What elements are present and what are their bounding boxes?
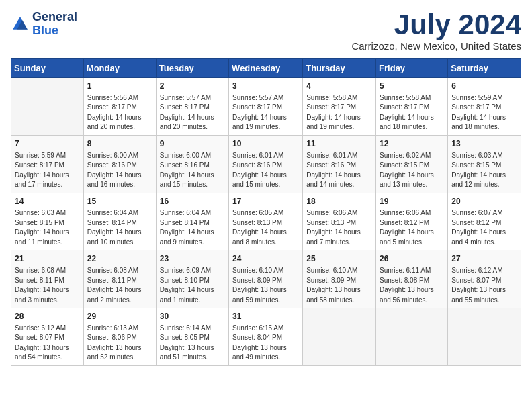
day-info: Sunrise: 5:59 AM Sunset: 8:17 PM Dayligh… [451,93,517,132]
day-number: 18 [306,196,372,208]
calendar-cell: 4Sunrise: 5:58 AM Sunset: 8:17 PM Daylig… [303,78,376,136]
logo: General Blue [11,11,77,38]
day-info: Sunrise: 6:05 AM Sunset: 8:13 PM Dayligh… [232,208,299,247]
day-info: Sunrise: 6:10 AM Sunset: 8:09 PM Dayligh… [232,266,299,305]
day-info: Sunrise: 6:04 AM Sunset: 8:14 PM Dayligh… [160,208,225,247]
weekday-sunday: Sunday [11,59,84,78]
weekday-header-row: SundayMondayTuesdayWednesdayThursdayFrid… [11,59,521,78]
calendar-cell: 29Sunrise: 6:13 AM Sunset: 8:06 PM Dayli… [83,308,156,366]
day-info: Sunrise: 6:01 AM Sunset: 8:16 PM Dayligh… [232,151,299,190]
week-row-5: 28Sunrise: 6:12 AM Sunset: 8:07 PM Dayli… [11,308,521,366]
calendar-cell [303,308,376,366]
calendar-cell: 10Sunrise: 6:01 AM Sunset: 8:16 PM Dayli… [229,135,303,193]
day-number: 19 [380,196,444,208]
location-title: Carrizozo, New Mexico, United States [351,40,521,52]
day-info: Sunrise: 6:03 AM Sunset: 8:15 PM Dayligh… [15,208,80,247]
logo-icon [11,15,30,34]
day-number: 3 [232,81,299,92]
day-info: Sunrise: 6:08 AM Sunset: 8:11 PM Dayligh… [15,266,80,305]
day-info: Sunrise: 6:04 AM Sunset: 8:14 PM Dayligh… [87,208,152,247]
week-row-4: 21Sunrise: 6:08 AM Sunset: 8:11 PM Dayli… [11,250,521,308]
day-number: 23 [160,253,225,265]
title-section: July 2024 Carrizozo, New Mexico, United … [351,11,521,52]
day-info: Sunrise: 6:13 AM Sunset: 8:06 PM Dayligh… [87,324,152,363]
calendar-cell: 25Sunrise: 6:10 AM Sunset: 8:09 PM Dayli… [303,250,376,308]
logo-text-general: General [32,11,77,24]
day-number: 15 [87,196,152,208]
calendar-cell: 30Sunrise: 6:14 AM Sunset: 8:05 PM Dayli… [156,308,228,366]
calendar-cell: 11Sunrise: 6:01 AM Sunset: 8:16 PM Dayli… [303,135,376,193]
day-info: Sunrise: 6:06 AM Sunset: 8:12 PM Dayligh… [380,208,444,247]
weekday-monday: Monday [83,59,156,78]
weekday-thursday: Thursday [303,59,376,78]
calendar-cell: 19Sunrise: 6:06 AM Sunset: 8:12 PM Dayli… [376,193,448,250]
day-number: 1 [87,81,152,92]
day-number: 21 [15,253,80,265]
page-header: General Blue July 2024 Carrizozo, New Me… [11,11,521,52]
week-row-3: 14Sunrise: 6:03 AM Sunset: 8:15 PM Dayli… [11,193,521,250]
day-number: 13 [451,138,517,150]
weekday-friday: Friday [376,59,448,78]
calendar-cell: 20Sunrise: 6:07 AM Sunset: 8:12 PM Dayli… [448,193,521,250]
calendar-cell: 3Sunrise: 5:57 AM Sunset: 8:17 PM Daylig… [229,78,303,136]
calendar-cell: 17Sunrise: 6:05 AM Sunset: 8:13 PM Dayli… [229,193,303,250]
calendar-cell: 28Sunrise: 6:12 AM Sunset: 8:07 PM Dayli… [11,308,84,366]
day-number: 30 [160,311,225,322]
calendar-cell: 1Sunrise: 5:56 AM Sunset: 8:17 PM Daylig… [83,78,156,136]
day-info: Sunrise: 5:57 AM Sunset: 8:17 PM Dayligh… [160,93,225,132]
day-number: 17 [232,196,299,208]
day-info: Sunrise: 5:57 AM Sunset: 8:17 PM Dayligh… [232,93,299,132]
week-row-1: 1Sunrise: 5:56 AM Sunset: 8:17 PM Daylig… [11,78,521,136]
day-number: 29 [87,311,152,322]
calendar-cell: 16Sunrise: 6:04 AM Sunset: 8:14 PM Dayli… [156,193,228,250]
calendar-cell: 14Sunrise: 6:03 AM Sunset: 8:15 PM Dayli… [11,193,84,250]
calendar-cell: 22Sunrise: 6:08 AM Sunset: 8:11 PM Dayli… [83,250,156,308]
day-number: 2 [160,81,225,92]
calendar-cell: 21Sunrise: 6:08 AM Sunset: 8:11 PM Dayli… [11,250,84,308]
day-info: Sunrise: 6:03 AM Sunset: 8:15 PM Dayligh… [451,151,517,190]
calendar-cell: 9Sunrise: 6:00 AM Sunset: 8:16 PM Daylig… [156,135,228,193]
day-number: 20 [451,196,517,208]
day-number: 26 [380,253,444,265]
calendar-cell: 24Sunrise: 6:10 AM Sunset: 8:09 PM Dayli… [229,250,303,308]
day-info: Sunrise: 6:06 AM Sunset: 8:13 PM Dayligh… [306,208,372,247]
day-info: Sunrise: 6:15 AM Sunset: 8:04 PM Dayligh… [232,324,299,363]
calendar-cell: 8Sunrise: 6:00 AM Sunset: 8:16 PM Daylig… [83,135,156,193]
day-number: 27 [451,253,517,265]
day-number: 25 [306,253,372,265]
weekday-wednesday: Wednesday [229,59,303,78]
logo-text-blue: Blue [32,24,77,38]
day-number: 4 [306,81,372,92]
day-number: 5 [380,81,444,92]
day-number: 10 [232,138,299,150]
day-number: 9 [160,138,225,150]
calendar-cell: 18Sunrise: 6:06 AM Sunset: 8:13 PM Dayli… [303,193,376,250]
day-number: 24 [232,253,299,265]
calendar-cell: 13Sunrise: 6:03 AM Sunset: 8:15 PM Dayli… [448,135,521,193]
weekday-tuesday: Tuesday [156,59,228,78]
day-number: 22 [87,253,152,265]
weekday-saturday: Saturday [448,59,521,78]
day-number: 31 [232,311,299,322]
day-number: 14 [15,196,80,208]
calendar-cell: 26Sunrise: 6:11 AM Sunset: 8:08 PM Dayli… [376,250,448,308]
calendar-body: 1Sunrise: 5:56 AM Sunset: 8:17 PM Daylig… [11,78,521,366]
calendar-cell: 7Sunrise: 5:59 AM Sunset: 8:17 PM Daylig… [11,135,84,193]
day-info: Sunrise: 6:12 AM Sunset: 8:07 PM Dayligh… [15,324,80,363]
calendar-cell: 27Sunrise: 6:12 AM Sunset: 8:07 PM Dayli… [448,250,521,308]
month-title: July 2024 [351,11,521,39]
day-info: Sunrise: 6:11 AM Sunset: 8:08 PM Dayligh… [380,266,444,305]
day-info: Sunrise: 5:58 AM Sunset: 8:17 PM Dayligh… [380,93,444,132]
calendar-cell: 15Sunrise: 6:04 AM Sunset: 8:14 PM Dayli… [83,193,156,250]
day-info: Sunrise: 6:00 AM Sunset: 8:16 PM Dayligh… [87,151,152,190]
calendar-cell: 23Sunrise: 6:09 AM Sunset: 8:10 PM Dayli… [156,250,228,308]
day-info: Sunrise: 6:10 AM Sunset: 8:09 PM Dayligh… [306,266,372,305]
day-info: Sunrise: 5:56 AM Sunset: 8:17 PM Dayligh… [87,93,152,132]
calendar-cell [376,308,448,366]
day-number: 6 [451,81,517,92]
day-number: 28 [15,311,80,322]
calendar-cell: 6Sunrise: 5:59 AM Sunset: 8:17 PM Daylig… [448,78,521,136]
day-number: 8 [87,138,152,150]
day-info: Sunrise: 6:12 AM Sunset: 8:07 PM Dayligh… [451,266,517,305]
calendar-cell: 12Sunrise: 6:02 AM Sunset: 8:15 PM Dayli… [376,135,448,193]
